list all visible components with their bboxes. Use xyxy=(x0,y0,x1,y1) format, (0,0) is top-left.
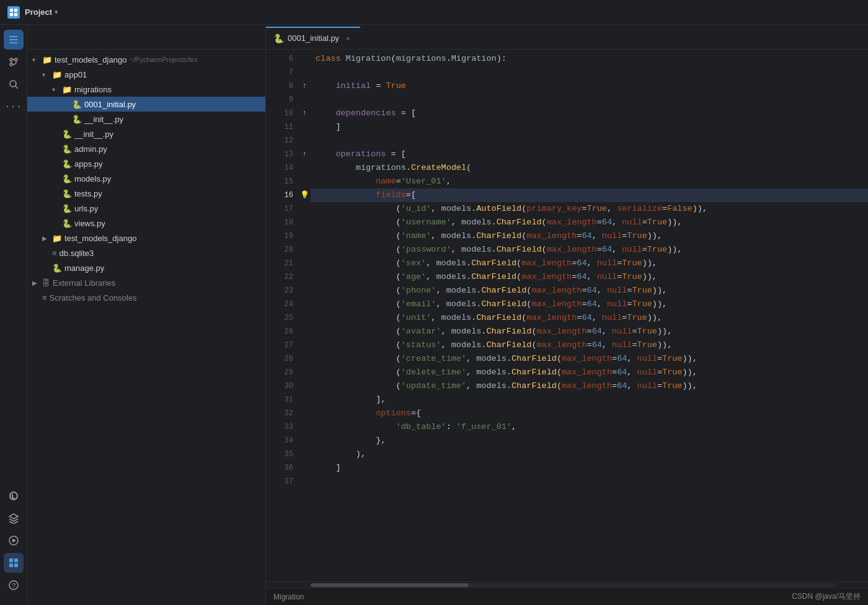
gutter-ln7 xyxy=(298,66,311,79)
gutter-ln19 xyxy=(298,229,311,243)
scrollbar-thumb[interactable] xyxy=(311,583,468,587)
file-tree-header xyxy=(27,25,265,50)
tree-item-root[interactable]: ▾ 📁 test_models_django ~/PycharmProjects… xyxy=(27,52,265,67)
code-line-10: dependencies = [ xyxy=(311,107,868,120)
code-line-20: ('password', models.CharField(max_length… xyxy=(311,243,868,257)
gutter-ln28 xyxy=(298,352,311,366)
tree-item-manage[interactable]: 🐍 manage.py xyxy=(27,260,265,275)
tree-item-apps[interactable]: 🐍 apps.py xyxy=(27,156,265,171)
help-btn[interactable]: ? xyxy=(4,575,24,595)
gutter-ln23 xyxy=(298,284,311,298)
gutter-ln25 xyxy=(298,311,311,325)
file-tree-content[interactable]: ▾ 📁 test_models_django ~/PycharmProjects… xyxy=(27,50,265,605)
tree-item-views[interactable]: 🐍 views.py xyxy=(27,216,265,231)
code-line-36: ] xyxy=(311,461,868,475)
gutter: ↑ ↑ ↑ 💡 xyxy=(298,50,311,581)
gutter-ln20 xyxy=(298,243,311,257)
status-right: CSDN @java/马坚持 xyxy=(792,591,861,602)
gutter-ln15 xyxy=(298,175,311,188)
gutter-ln16[interactable]: 💡 xyxy=(298,188,311,202)
tree-label: migrations xyxy=(74,85,112,94)
tree-label: test_models_django xyxy=(55,55,126,64)
folder-icon: 📁 xyxy=(62,85,72,94)
tree-arrow: ▶ xyxy=(32,280,42,286)
svg-line-11 xyxy=(16,86,18,89)
tree-item-root2[interactable]: ▶ 📁 test_models_django xyxy=(27,231,265,245)
bottom-scrollbar[interactable] xyxy=(266,581,868,588)
py-file-icon: 🐍 xyxy=(72,115,82,124)
tree-arrow: ▾ xyxy=(42,71,52,78)
svg-rect-15 xyxy=(14,559,18,562)
code-line-37 xyxy=(311,475,868,488)
tree-label: urls.py xyxy=(74,204,98,213)
code-line-21: ('sex', models.CharField(max_length=64, … xyxy=(311,257,868,270)
tree-item-init-migrations[interactable]: 🐍 __init__.py xyxy=(27,112,265,126)
tree-item-tests[interactable]: 🐍 tests.py xyxy=(27,186,265,201)
run-btn[interactable] xyxy=(4,531,24,550)
tab-bar: 🐍 0001_initial.py × xyxy=(266,25,868,50)
gutter-ln6 xyxy=(298,52,311,66)
tree-item-migrations[interactable]: ▾ 📁 migrations xyxy=(27,82,265,97)
tree-label: External Libraries xyxy=(53,278,115,288)
code-line-13: operations = [ xyxy=(311,148,868,161)
svg-point-8 xyxy=(15,58,17,61)
gutter-ln27 xyxy=(298,338,311,352)
tree-item-models[interactable]: 🐍 models.py xyxy=(27,171,265,186)
tree-label: test_models_django xyxy=(64,234,136,243)
tree-label: __init__.py xyxy=(74,130,113,139)
tree-item-admin[interactable]: 🐍 admin.py xyxy=(27,141,265,156)
sidebar-git-btn[interactable] xyxy=(4,52,24,72)
tab-label: 0001_initial.py xyxy=(288,33,339,43)
project-title[interactable]: Project ▾ xyxy=(25,7,58,17)
code-line-12 xyxy=(311,134,868,148)
tree-label: __init__.py xyxy=(84,115,123,124)
gutter-ln36 xyxy=(298,461,311,475)
layers-btn[interactable] xyxy=(4,508,24,528)
active-panel-btn[interactable] xyxy=(4,553,24,573)
svg-rect-1 xyxy=(14,9,17,12)
scrollbar-track[interactable] xyxy=(311,583,836,587)
code-line-16: fields=[ xyxy=(311,188,868,202)
svg-text:?: ? xyxy=(12,582,16,590)
tree-item-init[interactable]: 🐍 __init__.py xyxy=(27,126,265,141)
db-file-icon: ≡ xyxy=(52,249,57,258)
tree-item-app01[interactable]: ▾ 📁 app01 xyxy=(27,67,265,82)
tree-item-0001[interactable]: 🐍 0001_initial.py xyxy=(27,97,265,112)
tree-label: 0001_initial.py xyxy=(84,100,136,109)
tree-item-external[interactable]: ▶ 🗄 External Libraries xyxy=(27,275,265,290)
tab-close-btn[interactable]: × xyxy=(343,33,353,43)
tree-label: app01 xyxy=(64,70,87,79)
tree-label: apps.py xyxy=(74,159,103,169)
sidebar-more-btn[interactable]: ··· xyxy=(4,97,24,117)
tree-label: admin.py xyxy=(74,144,107,154)
code-content[interactable]: class Migration(migrations.Migration): i… xyxy=(311,50,868,581)
tree-item-scratches[interactable]: ≡ Scratches and Consoles xyxy=(27,290,265,305)
tree-item-urls[interactable]: 🐍 urls.py xyxy=(27,201,265,216)
gutter-ln9 xyxy=(298,93,311,107)
py-file-icon: 🐍 xyxy=(62,144,72,154)
gutter-ln10[interactable]: ↑ xyxy=(298,107,311,120)
code-line-33: 'db_table': 'f_user_01', xyxy=(311,420,868,434)
svg-rect-16 xyxy=(9,563,13,567)
folder-icon: 📁 xyxy=(52,70,62,79)
gutter-ln17 xyxy=(298,202,311,216)
folder-icon: 📁 xyxy=(52,234,62,243)
svg-point-9 xyxy=(10,63,12,66)
sidebar-icons: ··· ? xyxy=(0,25,27,605)
gutter-ln8[interactable]: ↑ xyxy=(298,79,311,93)
tab-0001[interactable]: 🐍 0001_initial.py × xyxy=(266,27,360,49)
code-editor[interactable]: 6 7 8 9 10 11 12 13 14 15 16 17 18 19 20… xyxy=(266,50,868,581)
svg-rect-4 xyxy=(9,36,18,37)
gutter-ln31 xyxy=(298,393,311,407)
gutter-ln33 xyxy=(298,420,311,434)
git-bottom-btn[interactable] xyxy=(4,486,24,506)
status-migration: Migration xyxy=(273,593,304,601)
sidebar-search-btn[interactable] xyxy=(4,74,24,94)
code-line-14: migrations.CreateModel( xyxy=(311,161,868,175)
sidebar-project-btn[interactable] xyxy=(4,30,24,50)
tree-item-db[interactable]: ≡ db.sqlite3 xyxy=(27,245,265,260)
scratches-icon: ≡ xyxy=(42,293,47,302)
gutter-ln34 xyxy=(298,434,311,448)
py-file-icon: 🐍 xyxy=(52,263,62,273)
gutter-ln13[interactable]: ↑ xyxy=(298,148,311,161)
